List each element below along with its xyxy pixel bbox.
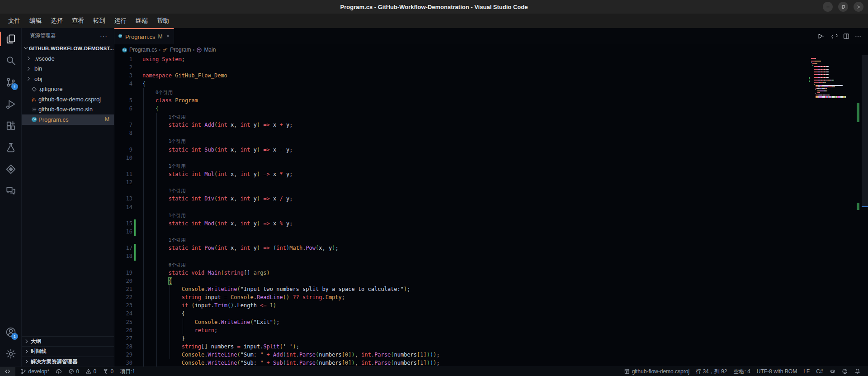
file-item-github-flow-demo.sln[interactable]: github-flow-demo.sln <box>22 105 114 115</box>
codelens-row[interactable]: 1个引用 <box>114 113 868 121</box>
sidebar-section-时间线[interactable]: 时间线 <box>22 346 114 357</box>
codelens-row[interactable]: 0个引用 <box>114 88 868 96</box>
workspace-root-folder[interactable]: GITHUB-WORKFLOW-DEMONST... <box>22 43 114 53</box>
menu-转到[interactable]: 转到 <box>89 14 110 28</box>
minimize-button[interactable] <box>823 2 833 12</box>
code-line[interactable]: 6 { <box>114 105 868 113</box>
status-cursor-position[interactable]: 行 34，列 92 <box>693 367 730 376</box>
codelens-references[interactable]: 0个引用 <box>169 262 186 267</box>
sidebar-section-解决方案资源管理器[interactable]: 解决方案资源管理器 <box>22 357 114 367</box>
file-item-Program.cs[interactable]: C#Program.csM <box>22 114 114 125</box>
more-actions-button[interactable] <box>854 33 862 40</box>
status-ports[interactable]: 0 <box>99 367 117 376</box>
code-line[interactable]: 27 } <box>114 334 868 343</box>
file-item-bin[interactable]: bin <box>22 64 114 74</box>
status-eol[interactable]: LF <box>800 367 813 376</box>
sidebar-more-actions[interactable]: ··· <box>100 32 108 39</box>
codelens-row[interactable]: 1个引用 <box>114 211 868 219</box>
codelens-row[interactable]: 1个引用 <box>114 236 868 244</box>
code-line[interactable]: 7 static int Add(int x, int y) => x + y; <box>114 121 868 129</box>
breadcrumb-Program.cs[interactable]: C#Program.cs <box>122 47 157 53</box>
codelens-row[interactable]: 1个引用 <box>114 186 868 195</box>
open-changes-button[interactable] <box>831 33 838 40</box>
code-editor[interactable]: 1using System;23namespace GitHub_Flow_De… <box>114 55 868 366</box>
code-line[interactable]: 2 <box>114 63 868 71</box>
tab-close-icon[interactable] <box>166 33 170 41</box>
code-line[interactable]: 9 static int Sub(int x, int y) => x - y; <box>114 146 868 154</box>
status-warnings[interactable]: 0 <box>82 367 99 376</box>
code-line[interactable]: 10 <box>114 154 868 162</box>
code-line[interactable]: 25 Console.WriteLine("Exit"); <box>114 318 868 326</box>
code-line[interactable]: 26 return; <box>114 326 868 334</box>
close-button[interactable] <box>854 2 863 12</box>
status-notifications[interactable] <box>851 367 864 376</box>
file-item-.gitignore[interactable]: .gitignore <box>22 84 114 95</box>
code-line[interactable]: 22 string input = Console.ReadLine() ?? … <box>114 293 868 301</box>
codelens-row[interactable]: 1个引用 <box>114 137 868 145</box>
status-language-mode[interactable]: C# <box>813 367 826 376</box>
minimap[interactable] <box>811 58 862 99</box>
activity-extensions[interactable] <box>0 115 21 137</box>
activity-gitlens[interactable] <box>0 158 21 180</box>
split-editor-button[interactable] <box>843 33 850 40</box>
codelens-references[interactable]: 1个引用 <box>169 138 186 144</box>
codelens-references[interactable]: 1个引用 <box>169 237 186 243</box>
code-line[interactable]: 23 if (input.Trim().Length <= 1) <box>114 301 868 309</box>
breadcrumb-Program[interactable]: Program <box>162 47 191 53</box>
file-item-obj[interactable]: obj <box>22 74 114 84</box>
code-line[interactable]: 15 static int Mod(int x, int y) => x % y… <box>114 219 868 228</box>
status-active-project[interactable]: github-flow-demo.csproj <box>621 367 693 376</box>
code-line[interactable]: 24 { <box>114 309 868 318</box>
activity-comments[interactable] <box>0 180 21 202</box>
status-indentation[interactable]: 空格: 4 <box>730 367 753 376</box>
status-encoding[interactable]: UTF-8 with BOM <box>754 367 800 376</box>
maximize-button[interactable] <box>838 2 848 12</box>
code-line[interactable]: 14 <box>114 203 868 211</box>
status-errors[interactable]: 0 <box>65 367 82 376</box>
menu-终端[interactable]: 终端 <box>131 14 152 28</box>
code-line[interactable]: 12 <box>114 178 868 186</box>
codelens-row[interactable]: 1个引用 <box>114 162 868 170</box>
menu-编辑[interactable]: 编辑 <box>25 14 46 28</box>
codelens-references[interactable]: 1个引用 <box>169 188 186 193</box>
code-line[interactable]: 8 <box>114 129 868 137</box>
code-line[interactable]: 17 static int Pow(int x, int y) => (int)… <box>114 244 868 252</box>
activity-search[interactable] <box>0 50 21 71</box>
status-remote[interactable] <box>0 367 15 376</box>
code-line[interactable]: 16 <box>114 228 868 236</box>
menu-运行[interactable]: 运行 <box>110 14 131 28</box>
codelens-row[interactable]: 0个引用 <box>114 261 868 269</box>
code-line[interactable]: 19 static void Main(string[] args) <box>114 269 868 277</box>
codelens-references[interactable]: 0个引用 <box>156 90 173 95</box>
breadcrumb-Main[interactable]: Main <box>196 47 216 53</box>
menu-帮助[interactable]: 帮助 <box>152 14 174 28</box>
file-item-.vscode[interactable]: .vscode <box>22 53 114 64</box>
code-line[interactable]: 4{ <box>114 80 868 88</box>
code-line[interactable]: 28 string[] numbers = input.Split(' '); <box>114 343 868 351</box>
file-item-github-flow-demo.csproj[interactable]: github-flow-demo.csproj <box>22 94 114 105</box>
editor-scrollbar[interactable] <box>862 55 868 207</box>
activity-source-control[interactable]: 1 <box>0 71 21 93</box>
code-line[interactable]: 13 static int Div(int x, int y) => x / y… <box>114 195 868 203</box>
code-line[interactable]: 18 <box>114 252 868 260</box>
code-line[interactable]: 21 Console.WriteLine("Input two numbers … <box>114 285 868 293</box>
code-line[interactable]: 20 { <box>114 277 868 285</box>
menu-查看[interactable]: 查看 <box>67 14 89 28</box>
status-publish[interactable] <box>52 367 65 376</box>
sidebar-section-大纲[interactable]: 大纲 <box>22 336 114 347</box>
code-line[interactable]: 30 Console.WriteLine("Sub: " + Sub(int.P… <box>114 359 868 366</box>
menu-选择[interactable]: 选择 <box>46 14 67 28</box>
activity-explorer[interactable] <box>0 28 21 50</box>
tab-program-cs[interactable]: C# Program.cs M <box>114 28 174 44</box>
code-line[interactable]: 29 Console.WriteLine("Sum: " + Add(int.P… <box>114 351 868 359</box>
codelens-references[interactable]: 1个引用 <box>169 163 186 169</box>
code-line[interactable]: 1using System; <box>114 55 868 63</box>
code-line[interactable]: 11 static int Mul(int x, int y) => x * y… <box>114 170 868 178</box>
codelens-references[interactable]: 1个引用 <box>169 213 186 218</box>
activity-testing[interactable] <box>0 137 21 158</box>
menu-文件[interactable]: 文件 <box>4 14 25 28</box>
run-file-button[interactable] <box>816 32 826 40</box>
status-project-count[interactable]: 项目:1 <box>117 367 138 376</box>
status-feedback[interactable] <box>839 367 851 376</box>
code-line[interactable]: 3namespace GitHub_Flow_Demo <box>114 71 868 80</box>
